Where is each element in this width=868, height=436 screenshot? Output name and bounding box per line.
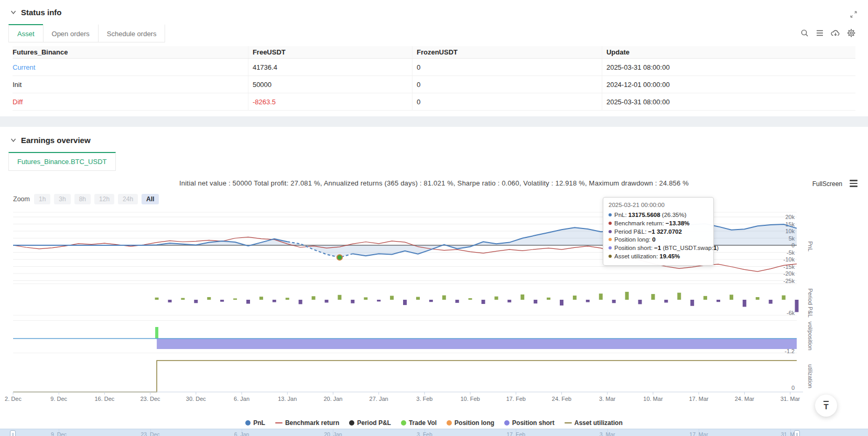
settings-gear-icon[interactable] xyxy=(847,29,855,37)
legend-circle-icon xyxy=(401,420,406,426)
earnings-overview-card: Earnings overview Futures_Binance.BTC_US… xyxy=(0,132,868,436)
earnings-tabs: Futures_Binance.BTC_USDT xyxy=(0,152,868,171)
free-usdt-value: 50000 xyxy=(248,76,413,93)
collapse-caret-icon[interactable] xyxy=(10,138,16,143)
navigator-date-label: 6. Jan xyxy=(226,431,257,436)
table-row-current: Current 41736.4 0 2025-03-31 08:00:00 xyxy=(13,59,855,76)
svg-text:-25k: -25k xyxy=(784,278,795,284)
svg-text:Period P&L: Period P&L xyxy=(807,288,813,318)
svg-text:13. Jan: 13. Jan xyxy=(278,396,297,402)
svg-text:20. Jan: 20. Jan xyxy=(323,396,342,402)
expand-icon[interactable] xyxy=(850,10,858,20)
asset-table: Futures_Binance FreeUSDT FrozenUSDT Upda… xyxy=(13,46,855,111)
svg-text:10. Feb: 10. Feb xyxy=(460,396,480,402)
svg-text:24. Feb: 24. Feb xyxy=(552,396,571,402)
zoom-button-all[interactable]: All xyxy=(142,194,159,204)
chart-tooltip: 2025-03-21 00:00:00 PnL: 13175.5608 (26.… xyxy=(603,197,714,266)
chart-menu-icon[interactable] xyxy=(850,180,858,187)
chart-legend: PnLBenchmark returnPeriod P&LTrade VolPo… xyxy=(0,419,868,427)
frozen-usdt-value: 0 xyxy=(413,93,602,110)
section-divider xyxy=(0,116,868,127)
status-tabs: Asset Open orders Schedule orders xyxy=(0,24,868,42)
status-info-header: Status info xyxy=(0,4,868,20)
navigator-date-label: 9. Dec xyxy=(43,431,74,436)
svg-text:3. Mar: 3. Mar xyxy=(599,396,616,402)
legend-circle-icon xyxy=(504,420,509,426)
earnings-summary: Initial net value : 50000 Total profit: … xyxy=(0,179,868,187)
zoom-button-3h[interactable]: 3h xyxy=(54,194,70,204)
back-to-top-button[interactable]: T xyxy=(815,395,837,417)
legend-asset-utilization[interactable]: Asset utilization xyxy=(565,419,623,427)
datazoom-navigator[interactable]: 9. Dec23. Dec6. Jan20. Jan3. Feb17. Feb3… xyxy=(0,429,868,436)
navigator-date-label: 3. Feb xyxy=(409,431,440,436)
cloud-download-icon[interactable] xyxy=(831,29,840,37)
svg-text:20k: 20k xyxy=(785,214,795,220)
svg-text:30. Dec: 30. Dec xyxy=(186,396,206,402)
svg-text:utilization: utilization xyxy=(807,364,813,388)
tab-asset[interactable]: Asset xyxy=(8,24,44,42)
navigator-left-handle[interactable] xyxy=(10,430,16,436)
status-info-card: Status info Asset Open orders Schedule o… xyxy=(0,4,868,116)
col-header: FrozenUSDT xyxy=(413,46,602,58)
series-dot-icon xyxy=(609,255,612,258)
svg-text:-6k: -6k xyxy=(787,310,795,316)
update-value: 2025-03-31 08:00:00 xyxy=(602,93,855,110)
tooltip-row: Benchmark return: −13.38% xyxy=(609,220,708,228)
series-dot-icon xyxy=(609,230,612,233)
asset-table-header: Futures_Binance FreeUSDT FrozenUSDT Upda… xyxy=(13,46,855,59)
svg-text:17. Feb: 17. Feb xyxy=(506,396,526,402)
legend-benchmark-return[interactable]: Benchmark return xyxy=(275,419,339,427)
col-header: Futures_Binance xyxy=(13,46,248,58)
legend-circle-icon xyxy=(245,420,251,426)
tab-schedule-orders[interactable]: Schedule orders xyxy=(98,24,166,42)
tab-open-orders[interactable]: Open orders xyxy=(43,24,99,42)
legend-position-short[interactable]: Position short xyxy=(504,419,555,427)
collapse-caret-icon[interactable] xyxy=(10,10,16,15)
legend-trade-vol[interactable]: Trade Vol xyxy=(401,419,437,427)
legend-circle-icon xyxy=(349,420,354,426)
svg-text:2. Dec: 2. Dec xyxy=(5,396,21,402)
tab-futures-binance-btc-usdt[interactable]: Futures_Binance.BTC_USDT xyxy=(8,152,116,171)
series-dot-icon xyxy=(609,222,612,225)
zoom-buttons: 1h3h8h12h24hAll xyxy=(34,194,159,204)
svg-text:31. Mar: 31. Mar xyxy=(780,396,800,402)
menu-icon[interactable] xyxy=(816,29,824,37)
legend-position-long[interactable]: Position long xyxy=(447,419,494,427)
update-value: 2024-12-01 00:00:00 xyxy=(602,76,855,93)
fullscreen-button[interactable]: FullScreen xyxy=(812,180,842,188)
to-top-icon: T xyxy=(823,401,828,410)
update-value: 2025-03-31 08:00:00 xyxy=(602,59,855,75)
navigator-right-handle[interactable] xyxy=(794,430,800,436)
table-row-init: Init 50000 0 2024-12-01 00:00:00 xyxy=(13,76,855,93)
svg-text:-5k: -5k xyxy=(787,249,795,256)
svg-text:PnL: PnL xyxy=(807,241,813,252)
tooltip-row: Asset utilization: 19.45% xyxy=(609,253,708,261)
legend-line-icon xyxy=(565,422,572,424)
series-dot-icon xyxy=(609,238,612,241)
zoom-button-12h[interactable]: 12h xyxy=(94,194,114,204)
table-toolbar xyxy=(800,29,855,37)
chart-area[interactable]: Zoom 1h3h8h12h24hAll 20k15k10k5k0-5k-10k… xyxy=(0,190,868,436)
free-usdt-value: 41736.4 xyxy=(248,59,413,75)
earnings-chart[interactable]: 20k15k10k5k0-5k-10k-15k-20k-25k-6k-1.202… xyxy=(0,205,868,402)
tooltip-date: 2025-03-21 00:00:00 xyxy=(609,201,708,210)
svg-text:24. Mar: 24. Mar xyxy=(735,396,755,402)
current-link[interactable]: Current xyxy=(13,59,248,75)
svg-text:9. Dec: 9. Dec xyxy=(50,396,67,402)
navigator-date-label: 31. Mar xyxy=(775,431,806,436)
zoom-button-8h[interactable]: 8h xyxy=(74,194,91,204)
col-header: FreeUSDT xyxy=(248,46,413,58)
legend-period-p-l[interactable]: Period P&L xyxy=(349,419,391,427)
free-usdt-value: -8263.5 xyxy=(248,93,413,110)
navigator-date-label: 17. Feb xyxy=(500,431,531,436)
legend-pnl[interactable]: PnL xyxy=(245,419,265,427)
zoom-button-24h[interactable]: 24h xyxy=(118,194,138,204)
zoom-button-1h[interactable]: 1h xyxy=(34,194,50,204)
col-header: Update xyxy=(602,46,855,58)
svg-text:16. Dec: 16. Dec xyxy=(94,396,114,402)
earnings-title: Earnings overview xyxy=(21,136,91,145)
frozen-usdt-value: 0 xyxy=(413,76,602,93)
search-icon[interactable] xyxy=(800,29,809,37)
navigator-date-label: 23. Dec xyxy=(135,431,166,436)
init-label: Init xyxy=(13,76,248,93)
